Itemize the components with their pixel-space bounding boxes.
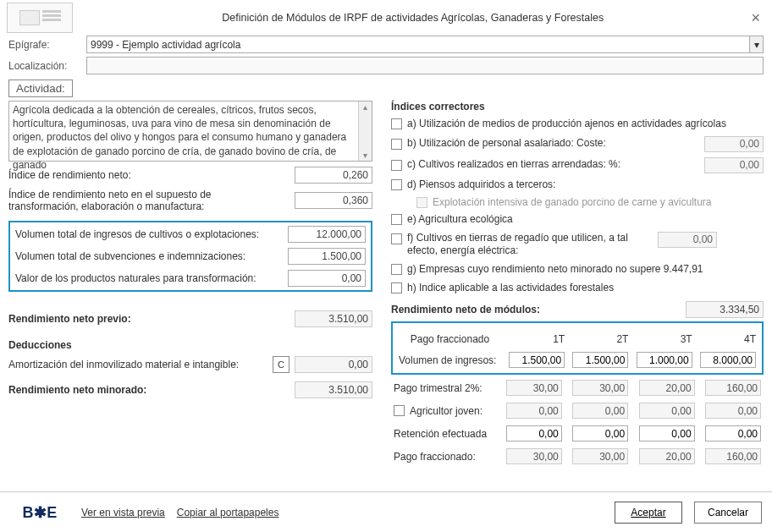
pago-fracc-label: Pago fraccionado: (391, 445, 498, 468)
th-2t: 2T (567, 330, 631, 348)
checkbox-e[interactable] (391, 214, 402, 225)
pago-trim-label: Pago trimestral 2%: (391, 376, 498, 399)
cancel-button[interactable]: Cancelar (694, 502, 762, 524)
preview-link[interactable]: Ver en vista previa (81, 507, 165, 518)
pago-trim-2t (572, 380, 628, 396)
pago-fracc-4t (705, 448, 761, 464)
actividad-button[interactable]: Actividad: (8, 80, 73, 97)
checkbox-d-sub (416, 197, 427, 208)
vol-ingresos-1t[interactable] (509, 352, 565, 368)
pago-fracc-2t (572, 448, 628, 464)
epigrafe-value: 9999 - Ejemplo actividad agrícola (91, 39, 240, 51)
accept-button[interactable]: Aceptar (615, 502, 682, 524)
rend-minorado-label: Rendimiento neto minorado: (8, 384, 146, 396)
pago-trim-3t (639, 380, 695, 396)
checkbox-h[interactable] (391, 282, 402, 293)
actividad-textarea[interactable]: Agrícola dedicada a la obtención de cere… (8, 101, 372, 162)
scroll-down-icon[interactable]: ▾ (363, 150, 367, 162)
indice-transf-label: Índice de rendimiento neto en el supuest… (8, 189, 262, 212)
retencion-1t[interactable] (506, 425, 562, 442)
vol-subv-input[interactable] (288, 248, 366, 265)
b-coste-input (704, 136, 764, 152)
pago-fracc-1t (506, 448, 562, 464)
epigrafe-combo[interactable]: 9999 - Ejemplo actividad agrícola ▾ (86, 36, 764, 53)
actividad-text: Agrícola dedicada a la obtención de cere… (13, 103, 368, 172)
checkbox-d-label: d) Piensos adquiridos a terceros: (407, 178, 764, 192)
vol-ingresos-row-label: Volumen de ingresos: (396, 348, 504, 371)
rend-previo-value (295, 310, 372, 327)
checkbox-b[interactable] (391, 139, 402, 150)
scroll-up-icon[interactable]: ▴ (363, 101, 367, 113)
pago-fracc-3t (639, 448, 695, 464)
rend-previo-label: Rendimiento neto previo: (8, 313, 131, 325)
chevron-down-icon[interactable]: ▾ (749, 36, 763, 52)
localizacion-input[interactable] (86, 57, 764, 74)
checkbox-d-sub-label: Explotación intensiva de ganado porcino … (433, 196, 712, 208)
th-4t: 4T (695, 330, 758, 348)
c-pct-input (704, 157, 764, 173)
agricultor-label: Agricultor joven: (410, 405, 482, 417)
th-3t: 3T (631, 330, 694, 348)
vol-ingresos-label: Volumen total de ingresos de cultivos o … (15, 228, 259, 240)
pago-fraccionado-highlight: Pago fraccionado 1T 2T 3T 4T Volumen de … (391, 321, 764, 375)
checkbox-a-label: a) Utilización de medios de producción a… (407, 118, 764, 131)
retencion-label: Retención efectuada (391, 422, 498, 445)
rend-minorado-value (295, 381, 372, 398)
dialog-title: Definición de Módulos de IRPF de activid… (80, 12, 746, 24)
pago-trim-4t (705, 380, 761, 396)
retencion-4t[interactable] (705, 425, 761, 442)
ingresos-highlight-box: Volumen total de ingresos de cultivos o … (8, 221, 372, 292)
rend-modulos-label: Rendimiento neto de módulos: (391, 304, 540, 315)
epigrafe-label: Epígrafe: (8, 39, 81, 51)
amort-label: Amortización del inmovilizado material e… (8, 359, 239, 370)
indice-transf-input[interactable] (295, 192, 372, 209)
copy-clipboard-link[interactable]: Copiar al portapapeles (177, 507, 279, 518)
close-icon[interactable]: × (746, 10, 765, 25)
checkbox-b-label: b) Utilización de personal asalariado: C… (407, 137, 699, 151)
vol-subv-label: Volumen total de subvenciones e indemniz… (15, 250, 245, 262)
localizacion-label: Localización: (8, 60, 81, 72)
retencion-3t[interactable] (639, 425, 695, 442)
checkbox-a[interactable] (391, 118, 402, 129)
boe-logo: B✱E (10, 501, 69, 524)
th-pago-fraccionado: Pago fraccionado (396, 330, 504, 348)
app-icon (7, 3, 73, 33)
scrollbar[interactable]: ▴ ▾ (358, 101, 372, 161)
checkbox-agricultor-joven[interactable] (394, 405, 405, 416)
f-value-input (658, 232, 717, 248)
agricultor-1t (506, 403, 562, 419)
vol-ingresos-input[interactable] (288, 226, 366, 243)
deducciones-head: Deducciones (8, 339, 372, 351)
vol-ingresos-4t[interactable] (700, 352, 756, 368)
agricultor-4t (705, 403, 761, 419)
checkbox-h-label: h) Indice aplicable a las actividades fo… (407, 282, 764, 295)
checkbox-f[interactable] (391, 233, 402, 244)
amort-config-button[interactable]: C (273, 356, 290, 373)
vol-ingresos-2t[interactable] (572, 352, 628, 368)
amort-value (295, 356, 372, 373)
rend-modulos-value (686, 301, 764, 318)
valor-prod-label: Valor de los productos naturales para tr… (15, 272, 256, 284)
checkbox-e-label: e) Agricultura ecológica (407, 213, 764, 227)
checkbox-c-label: c) Cultivos realizados en tierras arrend… (407, 158, 699, 172)
valor-prod-input[interactable] (288, 270, 366, 287)
checkbox-c[interactable] (391, 160, 402, 171)
checkbox-d[interactable] (391, 179, 402, 190)
checkbox-g-label: g) Empresas cuyo rendimiento neto minora… (407, 263, 764, 277)
agricultor-3t (639, 403, 695, 419)
pago-trim-1t (506, 380, 562, 396)
indices-head: Índices correctores (391, 101, 764, 112)
retencion-2t[interactable] (572, 425, 628, 442)
checkbox-f-label: f) Cultivos en tierras de regadío que ut… (407, 232, 653, 258)
agricultor-2t (572, 403, 628, 419)
checkbox-g[interactable] (391, 264, 402, 275)
vol-ingresos-3t[interactable] (637, 352, 692, 368)
th-1t: 1T (504, 330, 567, 348)
